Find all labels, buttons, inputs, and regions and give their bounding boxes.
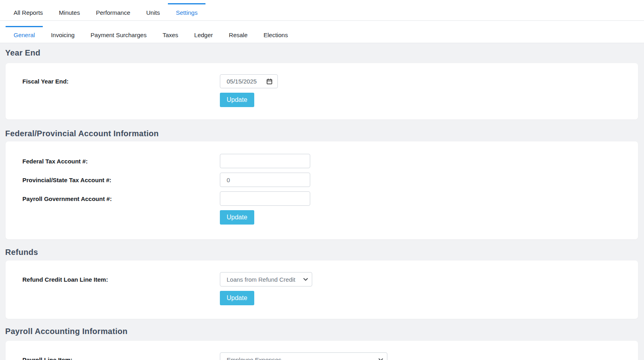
- tab-ledger[interactable]: Ledger: [186, 26, 221, 43]
- federal-card: Federal Tax Account #: Provincial/State …: [6, 141, 638, 239]
- refunds-card: Refund Credit Loan Line Item: Loans from…: [6, 261, 638, 319]
- tab-resale[interactable]: Resale: [221, 26, 256, 43]
- tab-all-reports[interactable]: All Reports: [6, 3, 51, 20]
- fiscal-year-end-label: Fiscal Year End:: [6, 78, 220, 85]
- federal-update-button[interactable]: Update: [220, 210, 254, 225]
- federal-button-row: Update: [6, 210, 638, 225]
- fiscal-year-end-date-value: 05/15/2025: [227, 78, 257, 85]
- tab-minutes[interactable]: Minutes: [51, 3, 88, 20]
- tab-units[interactable]: Units: [138, 3, 168, 20]
- refund-credit-label: Refund Credit Loan Line Item:: [6, 276, 220, 283]
- refunds-button-row: Update: [6, 291, 638, 305]
- payroll-line-item-selected-value: Employee Expenses: [227, 356, 281, 360]
- provincial-tax-row: Provincial/State Tax Account #:: [6, 173, 638, 187]
- federal-tax-row: Federal Tax Account #:: [6, 154, 638, 168]
- year-end-section-title: Year End: [5, 48, 644, 58]
- federal-section-title: Federal/Provincial Account Information: [5, 129, 644, 138]
- chevron-down-icon: [303, 278, 308, 281]
- secondary-tabbar: General Invoicing Payment Surcharges Tax…: [0, 21, 644, 43]
- fiscal-year-end-date-input[interactable]: 05/15/2025: [220, 74, 278, 88]
- refund-credit-selected-value: Loans from Refund Credit: [227, 276, 295, 283]
- year-end-card: Fiscal Year End: 05/15/2025 Update: [6, 63, 638, 119]
- refund-credit-row: Refund Credit Loan Line Item: Loans from…: [6, 272, 638, 286]
- tab-general[interactable]: General: [6, 26, 43, 43]
- federal-tax-label: Federal Tax Account #:: [6, 158, 220, 165]
- refunds-update-button[interactable]: Update: [220, 291, 254, 305]
- tab-payment-surcharges[interactable]: Payment Surcharges: [83, 26, 155, 43]
- refund-credit-select[interactable]: Loans from Refund Credit: [220, 272, 312, 286]
- payroll-government-label: Payroll Government Account #:: [6, 195, 220, 202]
- payroll-line-item-select[interactable]: Employee Expenses: [220, 352, 387, 360]
- chevron-down-icon: [379, 358, 383, 360]
- tab-invoicing[interactable]: Invoicing: [43, 26, 82, 43]
- primary-tabbar: All Reports Minutes Performance Units Se…: [0, 0, 644, 21]
- year-end-update-button[interactable]: Update: [220, 93, 254, 107]
- provincial-tax-label: Provincial/State Tax Account #:: [6, 177, 220, 183]
- tab-elections[interactable]: Elections: [255, 26, 296, 43]
- tab-performance[interactable]: Performance: [88, 3, 138, 20]
- payroll-government-row: Payroll Government Account #:: [6, 191, 638, 206]
- payroll-card: Payroll Line Item: Employee Expenses: [6, 341, 638, 360]
- payroll-line-item-row: Payroll Line Item: Employee Expenses: [6, 352, 638, 360]
- refunds-section-title: Refunds: [5, 248, 644, 257]
- provincial-tax-input[interactable]: [220, 173, 310, 187]
- year-end-button-row: Update: [6, 93, 638, 107]
- tab-settings[interactable]: Settings: [168, 3, 205, 20]
- calendar-icon[interactable]: [267, 78, 272, 84]
- payroll-government-input[interactable]: [220, 191, 310, 206]
- federal-tax-input[interactable]: [220, 154, 310, 168]
- tab-taxes[interactable]: Taxes: [155, 26, 186, 43]
- fiscal-year-end-row: Fiscal Year End: 05/15/2025: [6, 74, 638, 88]
- payroll-line-item-label: Payroll Line Item:: [6, 356, 220, 360]
- payroll-section-title: Payroll Accounting Information: [5, 327, 644, 336]
